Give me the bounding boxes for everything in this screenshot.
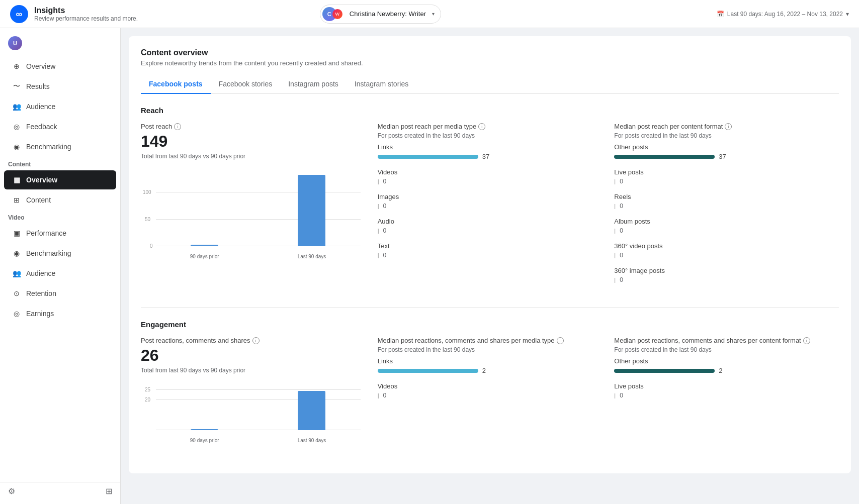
content-bar-value-other: 37 bbox=[719, 153, 726, 160]
sidebar-item-label: Results bbox=[26, 82, 50, 90]
media-bar-track-text: | 0 bbox=[378, 252, 603, 259]
performance-icon: ▣ bbox=[12, 229, 21, 238]
sidebar-item-label: Benchmarking bbox=[26, 143, 71, 151]
sidebar-item-earnings[interactable]: ◎ Earnings bbox=[4, 304, 116, 323]
eng-content-bar-value-live: 0 bbox=[620, 392, 623, 399]
bar-fill-prior bbox=[191, 245, 218, 246]
bar-label-last: Last 90 days bbox=[263, 254, 360, 259]
bar-label-prior: 90 days prior bbox=[156, 254, 253, 259]
bar-last-90 bbox=[263, 166, 360, 246]
median-content-sublabel: For posts created in the last 90 days bbox=[614, 132, 839, 139]
chart-bars bbox=[156, 166, 361, 246]
media-bar-track-links: 37 bbox=[378, 153, 603, 160]
content-bar-album: Album posts | 0 bbox=[614, 218, 839, 234]
settings-icon[interactable]: ⚙ bbox=[8, 486, 15, 496]
content-bar-label-360v: 360° video posts bbox=[614, 242, 839, 250]
eng-media-bar-links: Links 2 bbox=[378, 357, 603, 374]
tab-ig-posts[interactable]: Instagram posts bbox=[280, 75, 347, 94]
top-bar: ∞ Insights Review performance results an… bbox=[0, 0, 859, 28]
sidebar-item-feedback[interactable]: ◎ Feedback bbox=[4, 117, 116, 136]
tab-ig-stories[interactable]: Instagram stories bbox=[347, 75, 416, 94]
engagement-info-icon[interactable]: i bbox=[252, 337, 260, 344]
median-media-label: Median post reach per media type i bbox=[378, 123, 603, 130]
meta-logo: ∞ bbox=[10, 5, 28, 23]
zero-indicator-360i: | bbox=[614, 277, 616, 283]
zero-indicator-live: | bbox=[614, 178, 616, 184]
media-bar-videos: Videos | 0 bbox=[378, 168, 603, 185]
tab-fb-stories[interactable]: Facebook stories bbox=[211, 75, 281, 94]
content-bar-label-other: Other posts bbox=[614, 143, 839, 151]
eng-content-bar-track-live: | 0 bbox=[614, 392, 839, 399]
post-reach-value: 149 bbox=[141, 132, 366, 151]
sidebar-item-benchmarking-v[interactable]: ◉ Benchmarking bbox=[4, 244, 116, 263]
date-range-picker[interactable]: 📅 Last 90 days: Aug 16, 2022 – Nov 13, 2… bbox=[717, 11, 849, 18]
eng-bar-prior bbox=[156, 380, 253, 430]
content-bar-label-live: Live posts bbox=[614, 168, 839, 176]
page-title: Insights bbox=[34, 6, 310, 15]
content-overview-title: Content overview bbox=[141, 48, 839, 57]
sidebar-item-label: Earnings bbox=[26, 310, 54, 318]
sidebar-item-label: Retention bbox=[26, 289, 56, 297]
eng-median-media-info-icon[interactable]: i bbox=[557, 337, 564, 344]
media-bar-label-videos: Videos bbox=[378, 168, 603, 176]
eng-median-content-block: Median post reactions, comments and shar… bbox=[614, 337, 839, 445]
sidebar-item-overview[interactable]: ⊕ Overview bbox=[4, 57, 116, 76]
audience-icon: 👥 bbox=[12, 102, 21, 111]
media-bar-label-images: Images bbox=[378, 193, 603, 200]
eng-media-bar-track-links: 2 bbox=[378, 367, 603, 374]
engagement-label: Post reactions, comments and shares i bbox=[141, 337, 366, 344]
media-bar-label-audio: Audio bbox=[378, 218, 603, 225]
sidebar-item-audience[interactable]: 👥 Audience bbox=[4, 97, 116, 116]
sidebar-item-label: Overview bbox=[26, 176, 57, 184]
content-icon: ⊞ bbox=[12, 195, 21, 205]
eng-zero-indicator-live: | bbox=[614, 392, 616, 398]
post-reach-info-icon[interactable]: i bbox=[174, 123, 181, 130]
sidebar-item-performance[interactable]: ▣ Performance bbox=[4, 224, 116, 243]
sidebar-item-audience-v[interactable]: 👥 Audience bbox=[4, 264, 116, 283]
layout-icon[interactable]: ⊞ bbox=[106, 486, 112, 496]
content-bar-other: Other posts 37 bbox=[614, 143, 839, 160]
eng-media-bar-label-videos: Videos bbox=[378, 382, 603, 390]
eng-content-bar-track-other: 2 bbox=[614, 367, 839, 374]
content-bar-value-album: 0 bbox=[620, 227, 623, 234]
sidebar-item-benchmarking[interactable]: ◉ Benchmarking bbox=[4, 137, 116, 156]
engagement-section: Engagement Post reactions, comments and … bbox=[141, 308, 839, 445]
eng-median-media-label: Median post reactions, comments and shar… bbox=[378, 337, 603, 344]
median-content-info-icon[interactable]: i bbox=[725, 123, 732, 130]
zero-bar-indicator-images: | bbox=[378, 203, 379, 209]
chart-labels: 90 days prior Last 90 days bbox=[156, 254, 361, 259]
sidebar-item-results[interactable]: 〜 Results bbox=[4, 77, 116, 96]
content-bar-360v: 360° video posts | 0 bbox=[614, 242, 839, 259]
media-bar-links: Links 37 bbox=[378, 143, 603, 160]
content-bar-track-other: 37 bbox=[614, 153, 839, 160]
sidebar-item-retention[interactable]: ⊙ Retention bbox=[4, 284, 116, 303]
sidebar-item-content-overview[interactable]: ▦ Overview bbox=[4, 170, 116, 189]
median-media-info-icon[interactable]: i bbox=[478, 123, 485, 130]
reach-metrics-grid: Post reach i 149 Total from last 90 days… bbox=[141, 123, 839, 291]
median-media-block: Median post reach per media type i For p… bbox=[378, 123, 603, 291]
zero-indicator-360v: | bbox=[614, 252, 616, 258]
content-bar-360i: 360° image posts | 0 bbox=[614, 267, 839, 283]
avatar-secondary: W bbox=[332, 9, 342, 19]
sidebar-item-label: Content bbox=[26, 196, 51, 204]
eng-bar-fill-prior bbox=[191, 429, 218, 430]
eng-content-bar-value-other: 2 bbox=[719, 367, 722, 374]
content-overview-icon: ▦ bbox=[12, 175, 21, 184]
content-bar-label-360i: 360° image posts bbox=[614, 267, 839, 274]
eng-median-content-info-icon[interactable]: i bbox=[803, 337, 810, 344]
media-bar-value-audio: 0 bbox=[383, 227, 387, 234]
media-bar-value-text: 0 bbox=[383, 252, 387, 259]
median-media-sublabel: For posts created in the last 90 days bbox=[378, 132, 603, 139]
bar-90-prior bbox=[156, 166, 253, 246]
overview-icon: ⊕ bbox=[12, 62, 21, 71]
user-selector[interactable]: C W Christina Newberry: Writer ▾ bbox=[320, 5, 441, 24]
sidebar-item-label: Performance bbox=[26, 229, 66, 237]
media-bar-track-audio: | 0 bbox=[378, 227, 603, 234]
sidebar-item-label: Audience bbox=[26, 269, 55, 277]
sidebar-item-content[interactable]: ⊞ Content bbox=[4, 190, 116, 210]
tab-fb-posts[interactable]: Facebook posts bbox=[141, 75, 211, 94]
post-reach-block: Post reach i 149 Total from last 90 days… bbox=[141, 123, 366, 291]
content-bar-label-album: Album posts bbox=[614, 218, 839, 225]
content-bar-value-360i: 0 bbox=[620, 276, 623, 283]
content-area: Content overview Explore noteworthy tren… bbox=[121, 28, 859, 504]
